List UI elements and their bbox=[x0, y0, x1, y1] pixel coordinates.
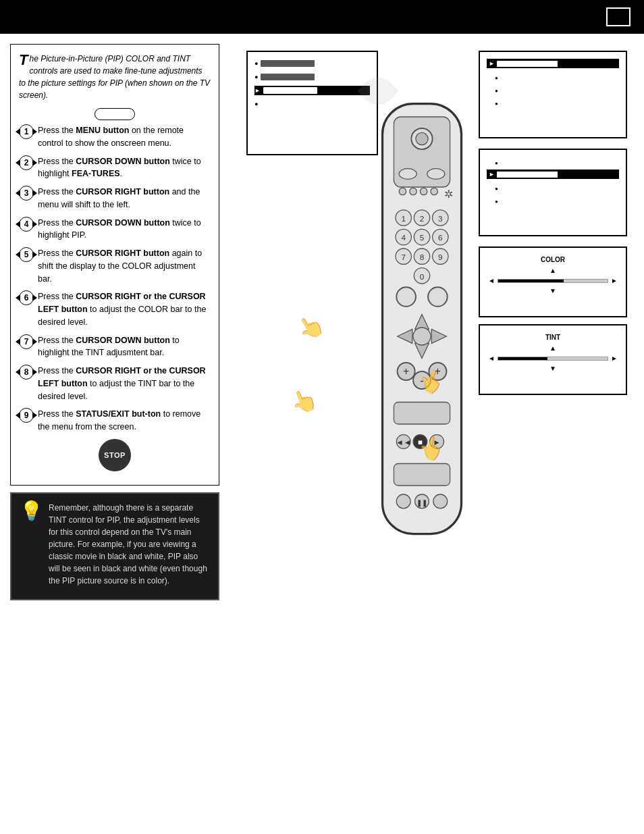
step-num-9: 9 bbox=[19, 408, 34, 423]
step-3: 3 Press the CURSOR RIGHT button and the … bbox=[19, 186, 211, 211]
svg-point-9 bbox=[431, 188, 437, 194]
step-text-9: Press the STATUS/EXIT but-ton to remove … bbox=[38, 408, 211, 434]
menu-button-shape bbox=[95, 108, 135, 120]
svg-point-31 bbox=[396, 287, 416, 307]
step-text-8: Press the CURSOR RIGHT or the CURSOR LEF… bbox=[38, 365, 211, 402]
step-num-7: 7 bbox=[19, 334, 34, 349]
svg-text:3: 3 bbox=[438, 214, 443, 223]
svg-point-6 bbox=[399, 188, 406, 194]
step-num-6: 6 bbox=[19, 290, 34, 305]
top-bar bbox=[0, 0, 644, 34]
intro-body: he Picture-in-Picture (PIP) COLOR and TI… bbox=[19, 54, 210, 100]
step-text-1: Press the MENU button on the remote cont… bbox=[38, 124, 211, 150]
step-5: 5 Press the CURSOR RIGHT button again to… bbox=[19, 247, 211, 285]
left-panel: T he Picture-in-Picture (PIP) COLOR and … bbox=[10, 44, 219, 824]
step-text-5: Press the CURSOR RIGHT button again to s… bbox=[38, 247, 211, 285]
right-panel: ● ● ► ● ► bbox=[230, 44, 634, 824]
svg-point-8 bbox=[420, 188, 427, 194]
step-6: 6 Press the CURSOR RIGHT or the CURSOR L… bbox=[19, 290, 211, 328]
hand-arrow-left-1: 👆 bbox=[292, 309, 329, 345]
step-9: 9 Press the STATUS/EXIT but-ton to remov… bbox=[19, 408, 211, 434]
step-num-5: 5 bbox=[19, 247, 34, 262]
sp2-dot-2: ● bbox=[495, 182, 619, 192]
stop-button: STOP bbox=[99, 439, 131, 471]
tip-text: Remember, although there is a separate T… bbox=[49, 502, 210, 587]
svg-text:❚❚: ❚❚ bbox=[417, 499, 427, 507]
step-text-6: Press the CURSOR RIGHT or the CURSOR LEF… bbox=[38, 290, 211, 328]
sp2-dot-1: ● bbox=[495, 157, 619, 167]
sp2-dot-3: ● bbox=[495, 195, 619, 205]
svg-point-3 bbox=[416, 132, 428, 145]
step-num-3: 3 bbox=[19, 186, 34, 201]
svg-text:◄◄: ◄◄ bbox=[396, 438, 411, 446]
instruction-box: T he Picture-in-Picture (PIP) COLOR and … bbox=[10, 44, 219, 486]
svg-point-5 bbox=[427, 169, 445, 180]
svg-text:4: 4 bbox=[401, 233, 406, 242]
page-indicator-box bbox=[606, 7, 630, 26]
hand-arrow-left-2: 👆 bbox=[287, 384, 321, 417]
step-8: 8 Press the CURSOR RIGHT or the CURSOR L… bbox=[19, 365, 211, 402]
step-num-2: 2 bbox=[19, 155, 34, 170]
svg-text:1: 1 bbox=[401, 214, 406, 223]
svg-point-32 bbox=[428, 287, 448, 307]
step-7: 7 Press the CURSOR DOWN button to highli… bbox=[19, 334, 211, 360]
step-text-4: Press the CURSOR DOWN button twice to hi… bbox=[38, 217, 211, 242]
step-1: 1 Press the MENU button on the remote co… bbox=[19, 124, 211, 150]
remote-control-svg: ✲ 1 2 3 4 5 6 7 8 9 0 bbox=[334, 98, 510, 557]
svg-point-7 bbox=[410, 188, 417, 194]
sp1-dot-3: ● bbox=[495, 97, 619, 107]
svg-text:2: 2 bbox=[420, 214, 425, 223]
svg-text:9: 9 bbox=[438, 253, 443, 261]
intro-text: T he Picture-in-Picture (PIP) COLOR and … bbox=[19, 53, 211, 101]
step-text-3: Press the CURSOR RIGHT button and the me… bbox=[38, 186, 211, 211]
step-2: 2 Press the CURSOR DOWN button twice to … bbox=[19, 155, 211, 181]
step-text-7: Press the CURSOR DOWN button to highligh… bbox=[38, 334, 211, 360]
stop-label: STOP bbox=[104, 451, 126, 459]
svg-text:0: 0 bbox=[420, 272, 425, 281]
svg-rect-44 bbox=[394, 402, 450, 425]
svg-point-37 bbox=[413, 328, 431, 345]
step-num-8: 8 bbox=[19, 365, 34, 380]
drop-cap: T bbox=[19, 53, 28, 68]
sp1-dot-1: ● bbox=[495, 72, 619, 82]
tip-box: 💡 Remember, although there is a separate… bbox=[10, 492, 219, 600]
svg-text:✲: ✲ bbox=[444, 188, 453, 200]
step-4: 4 Press the CURSOR DOWN button twice to … bbox=[19, 217, 211, 242]
svg-point-55 bbox=[433, 494, 448, 509]
svg-text:+: + bbox=[403, 365, 409, 377]
main-content: T he Picture-in-Picture (PIP) COLOR and … bbox=[0, 34, 644, 834]
sp1-item-selected: ► bbox=[487, 59, 619, 68]
sp1-dot-2: ● bbox=[495, 84, 619, 95]
step-num-1: 1 bbox=[19, 124, 34, 139]
svg-text:8: 8 bbox=[420, 253, 425, 261]
svg-point-52 bbox=[396, 494, 410, 509]
svg-point-4 bbox=[399, 169, 417, 180]
svg-text:6: 6 bbox=[438, 233, 443, 242]
step-text-2: Press the CURSOR DOWN button twice to hi… bbox=[38, 155, 211, 181]
svg-text:5: 5 bbox=[420, 233, 425, 242]
step-num-4: 4 bbox=[19, 217, 34, 232]
bulb-icon: 💡 bbox=[20, 502, 43, 521]
tip-header: 💡 Remember, although there is a separate… bbox=[20, 502, 210, 587]
svg-rect-51 bbox=[394, 464, 450, 486]
svg-text:7: 7 bbox=[401, 253, 406, 261]
